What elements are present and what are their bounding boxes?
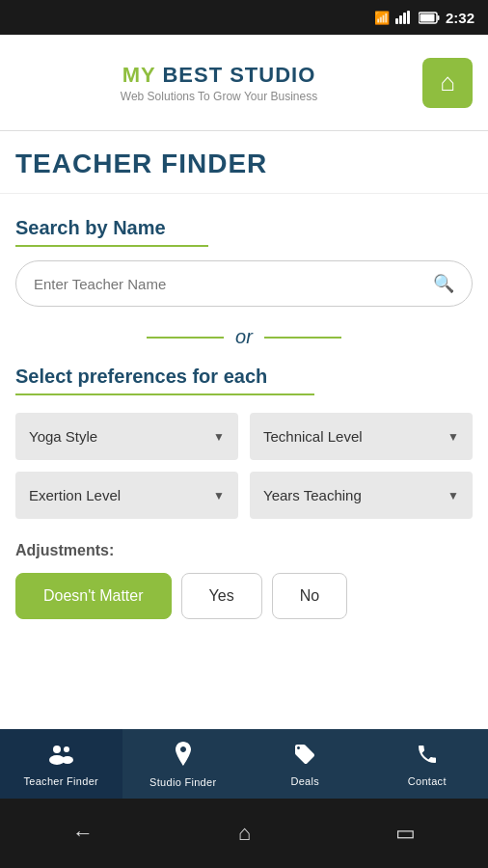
search-section-label: Search by Name [15, 217, 473, 239]
exertion-level-arrow-icon: ▼ [213, 489, 225, 502]
svg-rect-1 [399, 15, 402, 24]
years-teaching-dropdown[interactable]: Years Teaching ▼ [250, 472, 473, 519]
android-back-button[interactable]: ← [72, 821, 94, 846]
deals-icon [293, 743, 316, 772]
nav-deals[interactable]: Deals [244, 729, 366, 799]
yoga-style-arrow-icon: ▼ [213, 430, 225, 444]
svg-rect-0 [395, 18, 398, 24]
years-teaching-label: Years Teaching [263, 487, 362, 503]
or-line-right [264, 337, 341, 339]
nav-deals-label: Deals [290, 775, 319, 787]
nav-teacher-finder-label: Teacher Finder [23, 775, 98, 787]
header-logo: MY BEST STUDIO Web Solutions To Grow You… [15, 63, 422, 103]
wifi-icon: 📶 [374, 11, 390, 25]
status-icons: 📶 2:32 [374, 10, 474, 26]
svg-rect-2 [403, 13, 406, 24]
nav-studio-finder[interactable]: Studio Finder [122, 729, 245, 799]
page-title: TEACHER FINDER [15, 149, 473, 179]
status-bar: 📶 2:32 [0, 0, 488, 35]
adjustments-buttons: Doesn't Matter Yes No [15, 573, 473, 619]
logo-subtitle: Web Solutions To Grow Your Business [121, 90, 317, 103]
technical-level-arrow-icon: ▼ [447, 430, 459, 444]
app-header: MY BEST STUDIO Web Solutions To Grow You… [0, 35, 488, 131]
technical-level-label: Technical Level [263, 428, 363, 445]
bottom-nav: Teacher Finder Studio Finder Deals Conta… [0, 729, 488, 799]
adjustments-label: Adjustments: [15, 542, 473, 559]
nav-teacher-finder[interactable]: Teacher Finder [0, 729, 122, 799]
technical-level-dropdown[interactable]: Technical Level ▼ [250, 413, 473, 460]
nav-contact[interactable]: Contact [366, 729, 489, 799]
studio-finder-icon [174, 742, 193, 773]
android-home-button[interactable]: ⌂ [238, 821, 251, 846]
logo-best-studio: BEST STUDIO [162, 63, 315, 87]
svg-point-7 [53, 746, 61, 753]
logo-my: MY [122, 63, 163, 87]
search-section-underline [15, 245, 208, 247]
main-content: Search by Name 🔍 or Select preferences f… [0, 194, 488, 800]
preferences-label: Select preferences for each [15, 366, 473, 388]
search-input[interactable] [34, 276, 433, 292]
teacher-finder-icon [47, 743, 74, 772]
adj-yes-button[interactable]: Yes [181, 573, 262, 619]
search-icon: 🔍 [433, 273, 454, 294]
nav-studio-finder-label: Studio Finder [149, 776, 216, 788]
svg-point-10 [62, 756, 73, 764]
home-button[interactable]: ⌂ [422, 58, 473, 108]
nav-contact-label: Contact [408, 775, 447, 787]
exertion-level-label: Exertion Level [29, 487, 121, 503]
preferences-underline [15, 393, 314, 395]
adj-no-button[interactable]: No [272, 573, 347, 619]
or-divider: or [15, 326, 473, 348]
yoga-style-dropdown[interactable]: Yoga Style ▼ [15, 413, 238, 460]
svg-rect-5 [437, 15, 439, 20]
svg-rect-3 [407, 11, 410, 24]
search-input-wrap[interactable]: 🔍 [15, 260, 473, 307]
signal-icon [395, 11, 413, 24]
android-recent-button[interactable]: ▭ [395, 821, 416, 846]
years-teaching-arrow-icon: ▼ [447, 489, 459, 502]
home-icon: ⌂ [440, 68, 455, 97]
battery-icon [419, 12, 440, 24]
yoga-style-label: Yoga Style [29, 428, 97, 445]
exertion-level-dropdown[interactable]: Exertion Level ▼ [15, 472, 238, 519]
svg-point-8 [64, 746, 69, 752]
contact-icon [416, 743, 439, 772]
status-time: 2:32 [446, 10, 474, 26]
or-line-left [147, 337, 224, 339]
android-nav: ← ⌂ ▭ [0, 799, 488, 868]
adj-doesnt-matter-button[interactable]: Doesn't Matter [15, 573, 172, 619]
logo-title: MY BEST STUDIO [122, 63, 316, 88]
dropdowns-grid: Yoga Style ▼ Technical Level ▼ Exertion … [15, 413, 473, 519]
page-title-bar: TEACHER FINDER [0, 131, 488, 194]
svg-rect-6 [420, 14, 434, 21]
or-text: or [235, 326, 253, 348]
